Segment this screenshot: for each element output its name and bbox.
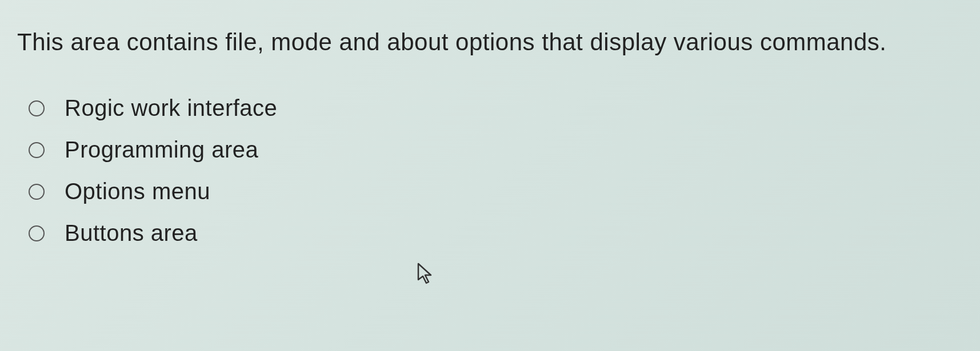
option-label: Rogic work interface <box>65 95 277 121</box>
option-label: Programming area <box>65 137 258 163</box>
option-row[interactable]: Options menu <box>29 179 963 204</box>
radio-icon[interactable] <box>29 142 45 158</box>
option-row[interactable]: Rogic work interface <box>29 95 963 121</box>
radio-icon[interactable] <box>29 184 45 200</box>
option-row[interactable]: Programming area <box>29 137 963 163</box>
question-text: This area contains file, mode and about … <box>17 23 963 61</box>
option-row[interactable]: Buttons area <box>29 220 963 246</box>
option-label: Options menu <box>65 179 210 204</box>
options-list: Rogic work interface Programming area Op… <box>17 95 963 246</box>
radio-icon[interactable] <box>29 100 45 116</box>
radio-icon[interactable] <box>29 225 45 241</box>
option-label: Buttons area <box>65 220 198 246</box>
cursor-icon <box>417 263 435 288</box>
